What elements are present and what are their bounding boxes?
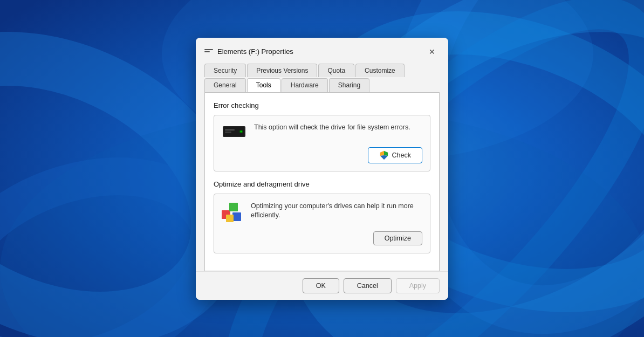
tab-sharing[interactable]: Sharing [329,78,369,92]
check-icon [379,150,389,160]
tab-security[interactable]: Security [204,64,246,77]
tabs-row-2: General Tools Hardware Sharing [204,78,440,92]
svg-point-14 [241,130,242,132]
drive-icon [222,124,246,141]
tab-hardware[interactable]: Hardware [282,78,328,92]
optimize-section: Optimize and defragment drive [214,180,430,253]
title-bar: Elements (F:) Properties ✕ [196,38,448,59]
tab-quota[interactable]: Quota [318,64,354,77]
optimize-button[interactable]: Optimize [373,231,422,245]
optimize-content: Optimizing your computer's drives can he… [222,202,422,225]
dialog-overlay: Elements (F:) Properties ✕ Security Prev… [0,0,644,337]
optimize-description: Optimizing your computer's drives can he… [251,202,422,221]
error-checking-button-row: Check [222,147,422,163]
optimize-icon [222,203,243,225]
apply-button[interactable]: Apply [396,278,440,293]
error-checking-content: This option will check the drive for fil… [222,123,422,141]
svg-rect-25 [226,215,234,222]
svg-rect-12 [225,132,231,133]
error-checking-title: Error checking [214,101,430,109]
svg-rect-24 [232,212,241,221]
ok-button[interactable]: OK [303,278,339,293]
tab-previous-versions[interactable]: Previous Versions [247,64,317,77]
tab-tools[interactable]: Tools [247,78,280,92]
optimize-box: Optimizing your computer's drives can he… [214,194,430,253]
error-checking-description: This option will check the drive for fil… [254,123,410,133]
window-icon [204,49,213,54]
dialog-footer: OK Cancel Apply [196,271,448,300]
tabs-row-1: Security Previous Versions Quota Customi… [204,64,440,77]
optimize-title: Optimize and defragment drive [214,180,430,188]
close-button[interactable]: ✕ [424,44,440,59]
tabs-container: Security Previous Versions Quota Customi… [196,59,448,92]
check-button[interactable]: Check [368,147,422,163]
svg-marker-21 [384,155,388,160]
svg-rect-23 [229,203,238,211]
window-title: Elements (F:) Properties [217,47,293,56]
title-bar-left: Elements (F:) Properties [204,47,293,56]
error-checking-box: This option will check the drive for fil… [214,115,430,171]
svg-marker-20 [380,155,384,160]
error-checking-section: Error checking [214,101,430,171]
cancel-button[interactable]: Cancel [344,278,392,293]
svg-rect-11 [225,129,235,130]
tab-customize[interactable]: Customize [355,64,405,77]
content-area: Error checking [204,92,440,271]
properties-dialog: Elements (F:) Properties ✕ Security Prev… [196,38,448,300]
optimize-button-row: Optimize [222,231,422,245]
tab-general[interactable]: General [204,78,246,92]
